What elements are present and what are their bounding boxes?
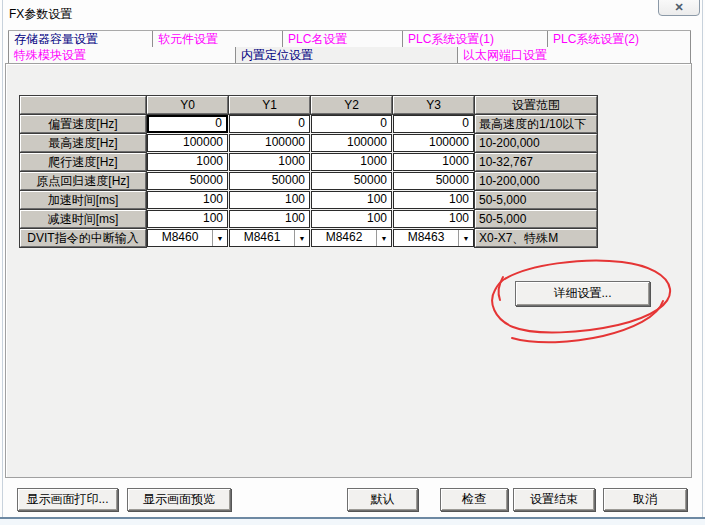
value-cell-decel-y3[interactable]: 100 bbox=[393, 210, 474, 228]
check-button[interactable]: 检查 bbox=[440, 488, 508, 511]
tab-builtin-positioning[interactable]: 内置定位设置 bbox=[235, 47, 457, 64]
value-cell-accel-y3[interactable]: 100 bbox=[393, 191, 474, 209]
tab-row-1: 存储器容量设置 软元件设置 PLC名设置 PLC系统设置(1) PLC系统设置(… bbox=[8, 30, 691, 47]
range-cell-accel: 50-5,000 bbox=[475, 191, 597, 209]
value-cell-max-speed-y1[interactable]: 100000 bbox=[229, 134, 310, 152]
close-button[interactable]: ✕ bbox=[658, 0, 700, 16]
tab-plc-name[interactable]: PLC名设置 bbox=[282, 31, 402, 48]
value-cell-decel-y2[interactable]: 100 bbox=[311, 210, 392, 228]
row-label-zero-return-speed: 原点回归速度[Hz] bbox=[20, 172, 146, 190]
value-cell-zero-return-y1[interactable]: 50000 bbox=[229, 172, 310, 190]
range-cell-zero-return: 10-200,000 bbox=[475, 172, 597, 190]
range-cell-creep-speed: 10-32,767 bbox=[475, 153, 597, 171]
row-label-deceleration-time: 减速时间[ms] bbox=[20, 210, 146, 228]
combo-dvit-y0-value: M8460 bbox=[148, 230, 212, 246]
range-cell-bias-speed: 最高速度的1/10以下 bbox=[475, 115, 597, 133]
close-icon: ✕ bbox=[674, 2, 683, 13]
tab-plc-system-1[interactable]: PLC系统设置(1) bbox=[402, 31, 547, 48]
value-cell-creep-speed-y0[interactable]: 1000 bbox=[147, 153, 228, 171]
value-cell-max-speed-y3[interactable]: 100000 bbox=[393, 134, 474, 152]
row-label-creep-speed: 爬行速度[Hz] bbox=[20, 153, 146, 171]
value-cell-creep-speed-y3[interactable]: 1000 bbox=[393, 153, 474, 171]
column-header-empty bbox=[20, 96, 146, 114]
title-bar: FX参数设置 ✕ bbox=[0, 0, 705, 28]
value-cell-accel-y2[interactable]: 100 bbox=[311, 191, 392, 209]
window-frame-left bbox=[2, 0, 3, 517]
window-frame-under bbox=[0, 519, 705, 525]
value-cell-max-speed-y2[interactable]: 100000 bbox=[311, 134, 392, 152]
tab-plc-system-2[interactable]: PLC系统设置(2) bbox=[547, 31, 691, 48]
value-cell-zero-return-y3[interactable]: 50000 bbox=[393, 172, 474, 190]
detail-settings-button[interactable]: 详细设置... bbox=[515, 281, 650, 306]
combo-dvit-y0[interactable]: M8460 ▼ bbox=[147, 229, 228, 247]
cancel-button[interactable]: 取消 bbox=[603, 488, 687, 511]
value-cell-decel-y0[interactable]: 100 bbox=[147, 210, 228, 228]
tab-special-module[interactable]: 特殊模块设置 bbox=[8, 47, 235, 64]
value-cell-creep-speed-y1[interactable]: 1000 bbox=[229, 153, 310, 171]
dropdown-arrow-icon: ▼ bbox=[212, 230, 227, 246]
value-cell-zero-return-y0[interactable]: 50000 bbox=[147, 172, 228, 190]
window-title: FX参数设置 bbox=[9, 6, 72, 23]
value-cell-zero-return-y2[interactable]: 50000 bbox=[311, 172, 392, 190]
value-cell-accel-y0[interactable]: 100 bbox=[147, 191, 228, 209]
combo-dvit-y3[interactable]: M8463 ▼ bbox=[393, 229, 474, 247]
column-header-y1: Y1 bbox=[229, 96, 310, 114]
value-cell-accel-y1[interactable]: 100 bbox=[229, 191, 310, 209]
combo-dvit-y3-value: M8463 bbox=[394, 230, 458, 246]
combo-dvit-y1[interactable]: M8461 ▼ bbox=[229, 229, 310, 247]
combo-dvit-y2[interactable]: M8462 ▼ bbox=[311, 229, 392, 247]
tab-device-settings[interactable]: 软元件设置 bbox=[152, 31, 282, 48]
row-label-max-speed: 最高速度[Hz] bbox=[20, 134, 146, 152]
combo-dvit-y2-value: M8462 bbox=[312, 230, 376, 246]
window-frame-right bbox=[702, 0, 703, 517]
fx-parameter-dialog: FX参数设置 ✕ 存储器容量设置 软元件设置 PLC名设置 PLC系统设置(1)… bbox=[0, 0, 705, 525]
value-cell-bias-speed-y1[interactable]: 0 bbox=[229, 115, 310, 133]
range-cell-max-speed: 10-200,000 bbox=[475, 134, 597, 152]
display-screen-print-button[interactable]: 显示画面打印... bbox=[17, 488, 118, 511]
combo-dvit-y1-value: M8461 bbox=[230, 230, 294, 246]
column-header-y2: Y2 bbox=[311, 96, 392, 114]
column-header-y3: Y3 bbox=[393, 96, 474, 114]
tab-ethernet-port[interactable]: 以太网端口设置 bbox=[457, 47, 691, 64]
display-screen-preview-button[interactable]: 显示画面预览 bbox=[127, 488, 231, 511]
dropdown-arrow-icon: ▼ bbox=[458, 230, 473, 246]
dropdown-arrow-icon: ▼ bbox=[294, 230, 309, 246]
range-cell-decel: 50-5,000 bbox=[475, 210, 597, 228]
default-button[interactable]: 默认 bbox=[347, 488, 418, 511]
value-cell-bias-speed-y3[interactable]: 0 bbox=[393, 115, 474, 133]
column-header-y0: Y0 bbox=[147, 96, 228, 114]
settings-finish-button[interactable]: 设置结束 bbox=[513, 488, 595, 511]
row-label-acceleration-time: 加速时间[ms] bbox=[20, 191, 146, 209]
column-header-range: 设置范围 bbox=[475, 96, 597, 114]
value-cell-max-speed-y0[interactable]: 100000 bbox=[147, 134, 228, 152]
dropdown-arrow-icon: ▼ bbox=[376, 230, 391, 246]
range-cell-dvit: X0-X7、特殊M bbox=[475, 229, 597, 247]
tab-memory-capacity[interactable]: 存储器容量设置 bbox=[8, 31, 152, 48]
row-label-bias-speed: 偏置速度[Hz] bbox=[20, 115, 146, 133]
value-cell-bias-speed-y2[interactable]: 0 bbox=[311, 115, 392, 133]
positioning-table: Y0 Y1 Y2 Y3 设置范围 偏置速度[Hz] 0 0 0 0 最高速度的1… bbox=[20, 96, 597, 247]
tab-row-2: 特殊模块设置 内置定位设置 以太网端口设置 bbox=[8, 47, 691, 64]
value-cell-decel-y1[interactable]: 100 bbox=[229, 210, 310, 228]
value-cell-bias-speed-y0[interactable]: 0 bbox=[147, 115, 228, 133]
row-label-dvit-interrupt-input: DVIT指令的中断输入 bbox=[20, 229, 146, 247]
value-cell-creep-speed-y2[interactable]: 1000 bbox=[311, 153, 392, 171]
